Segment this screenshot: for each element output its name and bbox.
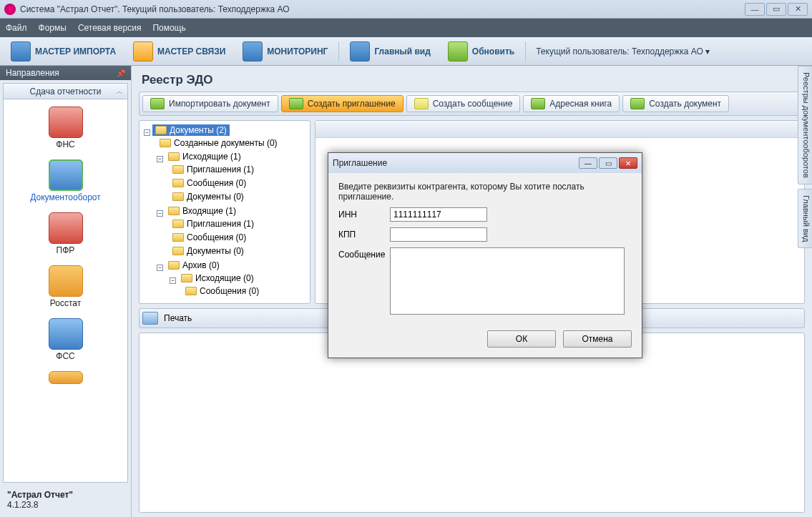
tree-arch-msg[interactable]: Сообщения (0) (182, 285, 262, 297)
message-icon (414, 98, 429, 109)
pin-icon[interactable]: 📌 (117, 69, 125, 77)
tree-root[interactable]: Документы (2) (152, 124, 230, 136)
ok-button[interactable]: ОК (487, 330, 556, 348)
collapse-icon[interactable]: − (157, 210, 163, 217)
current-user-dropdown[interactable]: Текущий пользователь: Техподдержка АО (530, 46, 715, 56)
fns-icon (49, 107, 83, 138)
collapse-icon[interactable]: − (157, 156, 163, 162)
rtab-mainview[interactable]: Главный вид (798, 189, 812, 248)
window-titlebar: Система "Астрал Отчет". Текущий пользова… (0, 0, 812, 19)
menu-forms[interactable]: Формы (39, 23, 67, 33)
rtab-registries[interactable]: Реестры документооборотов (798, 66, 812, 184)
collapse-icon[interactable]: − (170, 277, 176, 284)
print-button[interactable]: Печать (164, 313, 192, 323)
folder-icon (168, 207, 180, 215)
product-name: "Астрал Отчет" (7, 490, 124, 500)
folder-icon (160, 139, 171, 147)
menu-network[interactable]: Сетевая версия (78, 23, 142, 33)
monitoring-label: МОНИТОРИНГ (267, 46, 328, 56)
tree-archive[interactable]: Архив (0) (165, 260, 222, 271)
maximize-button[interactable]: ▭ (766, 3, 786, 16)
invite-icon (289, 98, 303, 109)
product-version: 4.1.23.8 (7, 500, 124, 510)
sidebar-item-label: ФСС (4, 351, 127, 361)
menu-file[interactable]: Файл (6, 23, 27, 33)
sidebar-item-pfr[interactable]: ПФР (4, 210, 127, 262)
dialog-title: Приглашение (333, 158, 577, 168)
sidebar-item-edo[interactable]: Документооборот (4, 157, 127, 210)
tree-in-inv[interactable]: Приглашения (1) (170, 218, 257, 230)
dialog-titlebar[interactable]: Приглашение — ▭ ✕ (328, 153, 642, 173)
tree-in-doc[interactable]: Документы (0) (170, 245, 247, 257)
tree-in-msg[interactable]: Сообщения (0) (170, 232, 249, 243)
dialog-minimize-button[interactable]: — (579, 157, 597, 169)
kpp-input[interactable] (390, 227, 487, 242)
documents-tree[interactable]: −Документы (2) Созданные документы (0) −… (139, 120, 310, 304)
tree-out-inv[interactable]: Приглашения (1) (170, 164, 257, 175)
kpp-label: КПП (338, 227, 390, 240)
import-document-button[interactable]: Импортировать документ (142, 95, 278, 112)
tree-label: Сообщения (0) (187, 232, 246, 242)
folder-icon (185, 287, 197, 295)
chevron-up-icon: ︿ (116, 87, 123, 97)
folder-icon (172, 247, 184, 255)
folder-icon (172, 220, 184, 228)
fss-icon (49, 318, 83, 350)
menubar: Файл Формы Сетевая версия Помощь (0, 19, 812, 37)
edo-icon (49, 159, 83, 191)
create-document-button[interactable]: Создать документ (622, 95, 729, 112)
create-message-button[interactable]: Создать сообщение (406, 95, 521, 112)
tree-created[interactable]: Созданные документы (0) (157, 137, 280, 149)
folder-icon (172, 192, 184, 201)
refresh-button[interactable]: Обновить (441, 39, 521, 64)
content-header (315, 121, 804, 138)
dialog-maximize-button[interactable]: ▭ (599, 157, 617, 169)
import-doc-icon (150, 98, 165, 109)
address-book-button[interactable]: Адресная книга (523, 95, 620, 112)
dialog-close-button[interactable]: ✕ (619, 157, 637, 169)
collapse-icon[interactable]: − (144, 129, 150, 136)
tree-label: Приглашения (1) (187, 219, 254, 229)
menu-help[interactable]: Помощь (152, 23, 185, 33)
cancel-button[interactable]: Отмена (563, 330, 632, 348)
action-label: Создать документ (649, 99, 721, 109)
tree-incoming[interactable]: Входящие (1) (165, 205, 239, 217)
tree-outgoing[interactable]: Исходящие (1) (165, 151, 244, 162)
tree-label: Исходящие (0) (195, 273, 254, 283)
tree-out-msg[interactable]: Сообщения (0) (170, 177, 249, 189)
main-view-button[interactable]: Главный вид (343, 39, 436, 64)
collapse-icon[interactable]: − (157, 265, 163, 271)
tree-label: Исходящие (1) (182, 152, 241, 162)
sidebar-item-fss[interactable]: ФСС (4, 315, 127, 368)
sidebar-item-label: Росстат (4, 298, 127, 308)
extra-icon (49, 371, 83, 384)
page-title: Реестр ЭДО (142, 73, 805, 87)
inn-input[interactable] (390, 207, 487, 222)
connection-wizard-label: МАСТЕР СВЯЗИ (157, 46, 225, 56)
createdoc-icon (630, 98, 645, 109)
message-label: Сообщение (338, 247, 390, 260)
import-wizard-button[interactable]: МАСТЕР ИМПОРТА (4, 39, 122, 64)
sidebar-item-label: Документооборот (4, 192, 127, 202)
sidebar-item-extra[interactable] (4, 368, 127, 393)
sidebar-group-reporting[interactable]: Сдача отчетности ︿ (4, 84, 127, 99)
main-view-label: Главный вид (374, 46, 430, 56)
connection-wizard-button[interactable]: МАСТЕР СВЯЗИ (127, 39, 232, 64)
sidebar: Направления 📌 Сдача отчетности ︿ ФНС Док… (0, 66, 132, 517)
app-icon (4, 4, 16, 15)
monitoring-button[interactable]: МОНИТОРИНГ (236, 39, 334, 64)
tree-out-doc[interactable]: Документы (0) (170, 191, 247, 202)
rosstat-icon (49, 265, 83, 297)
sidebar-item-fns[interactable]: ФНС (4, 104, 127, 157)
refresh-label: Обновить (472, 46, 514, 56)
tree-label: Документы (2) (170, 125, 227, 135)
sidebar-item-rosstat[interactable]: Росстат (4, 262, 127, 315)
minimize-button[interactable]: — (745, 3, 765, 16)
folder-icon (172, 179, 184, 187)
tree-arch-out[interactable]: Исходящие (0) (178, 272, 257, 284)
tree-label: Архив (0) (182, 260, 220, 270)
tree-label: Сообщения (0) (187, 178, 246, 188)
message-textarea[interactable] (390, 247, 625, 315)
close-button[interactable]: ✕ (788, 3, 808, 16)
create-invitation-button[interactable]: Создать приглашение (281, 95, 403, 112)
